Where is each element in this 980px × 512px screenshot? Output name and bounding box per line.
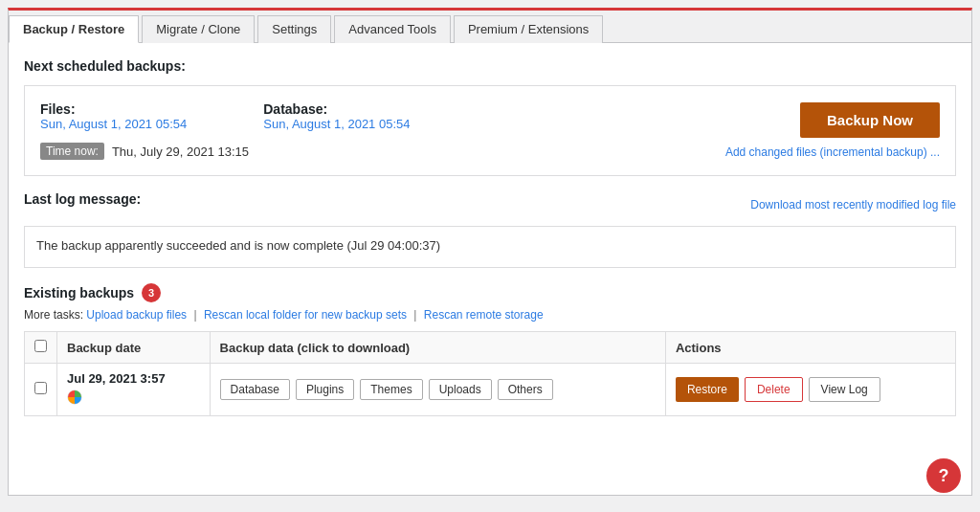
row-checkbox[interactable] (34, 382, 47, 394)
log-message-text: The backup apparently succeeded and is n… (36, 238, 440, 253)
help-button[interactable]: ? (926, 458, 961, 493)
pill-plugins[interactable]: Plugins (296, 379, 354, 400)
select-all-checkbox[interactable] (34, 340, 47, 352)
database-label: Database: (263, 101, 410, 117)
log-title: Last log message: (24, 191, 141, 207)
tab-premium-extensions[interactable]: Premium / Extensions (454, 15, 603, 43)
rescan-remote-storage-link[interactable]: Rescan remote storage (424, 308, 544, 322)
backup-date-with-icon: Jul 29, 2021 3:57 (67, 371, 200, 386)
view-log-button[interactable]: View Log (809, 377, 880, 402)
database-date: Sun, August 1, 2021 05:54 (263, 117, 410, 131)
database-info: Database: Sun, August 1, 2021 05:54 (263, 101, 410, 131)
tab-bar: Backup / Restore Migrate / Clone Setting… (9, 11, 971, 43)
content-area: Next scheduled backups: Files: Sun, Augu… (9, 43, 971, 432)
scheduled-backups-title: Next scheduled backups: (24, 58, 956, 74)
row-date-cell: Jul 29, 2021 3:57 (57, 364, 211, 416)
existing-backups-section: Existing backups 3 More tasks: Upload ba… (24, 283, 956, 416)
tab-settings[interactable]: Settings (257, 15, 331, 43)
log-message-box: The backup apparently succeeded and is n… (24, 226, 956, 268)
backup-type-icon (67, 390, 82, 405)
incremental-backup-link[interactable]: Add changed files (incremental backup) .… (725, 145, 940, 159)
backups-table: Backup date Backup data (click to downlo… (24, 331, 956, 416)
pill-others[interactable]: Others (498, 379, 553, 400)
time-now-value: Thu, July 29, 2021 13:15 (112, 145, 249, 159)
backup-now-button[interactable]: Backup Now (800, 102, 940, 138)
existing-backups-title: Existing backups 3 (24, 283, 956, 302)
tab-migrate-clone[interactable]: Migrate / Clone (142, 15, 255, 43)
pill-database[interactable]: Database (220, 379, 290, 400)
upload-backup-files-link[interactable]: Upload backup files (86, 308, 187, 322)
more-tasks-row: More tasks: Upload backup files | Rescan… (24, 308, 956, 322)
restore-button[interactable]: Restore (676, 377, 739, 402)
log-section: Last log message: Download most recently… (24, 191, 956, 268)
col-actions: Actions (665, 332, 955, 364)
backup-right-actions: Backup Now Add changed files (incrementa… (725, 102, 940, 159)
log-header: Last log message: Download most recently… (24, 191, 956, 218)
col-checkbox (25, 332, 57, 364)
col-backup-date: Backup date (57, 332, 211, 364)
row-checkbox-cell (25, 364, 57, 416)
table-header-row: Backup date Backup data (click to downlo… (25, 332, 956, 364)
row-actions-cell: Restore Delete View Log (665, 364, 955, 416)
main-panel: Backup / Restore Migrate / Clone Setting… (8, 8, 972, 496)
col-backup-data: Backup data (click to download) (210, 332, 665, 364)
delete-button[interactable]: Delete (745, 377, 803, 402)
table-row: Jul 29, 2021 3:57 (25, 364, 956, 416)
rescan-local-folder-link[interactable]: Rescan local folder for new backup sets (204, 308, 407, 322)
tab-advanced-tools[interactable]: Advanced Tools (334, 15, 451, 43)
backup-card: Files: Sun, August 1, 2021 05:54 Databas… (24, 85, 956, 176)
backup-info-row: Files: Sun, August 1, 2021 05:54 Databas… (40, 101, 411, 131)
files-date: Sun, August 1, 2021 05:54 (40, 117, 187, 131)
download-log-link[interactable]: Download most recently modified log file (750, 198, 956, 211)
actions-container: Restore Delete View Log (676, 377, 946, 402)
pill-themes[interactable]: Themes (360, 379, 422, 400)
backup-date-text: Jul 29, 2021 3:57 (67, 371, 166, 386)
row-data-cell: Database Plugins Themes Uploads Others (210, 364, 665, 416)
backup-left-info: Files: Sun, August 1, 2021 05:54 Databas… (40, 101, 411, 160)
tab-backup-restore[interactable]: Backup / Restore (9, 15, 139, 43)
data-pills-container: Database Plugins Themes Uploads Others (220, 379, 656, 400)
files-info: Files: Sun, August 1, 2021 05:54 (40, 101, 187, 131)
time-row: Time now: Thu, July 29, 2021 13:15 (40, 143, 411, 160)
time-now-badge: Time now: (40, 143, 104, 160)
files-label: Files: (40, 101, 187, 117)
existing-backups-count: 3 (142, 283, 161, 302)
pill-uploads[interactable]: Uploads (429, 379, 492, 400)
